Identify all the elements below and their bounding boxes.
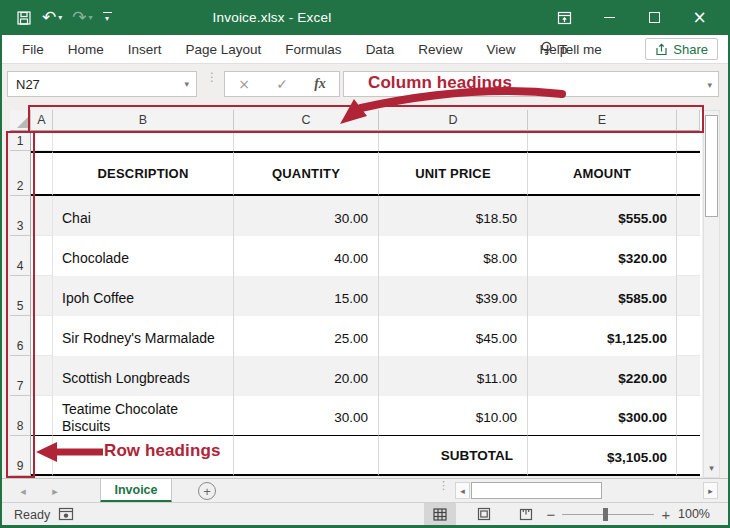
vertical-scrollbar-thumb[interactable] [705,115,718,217]
enter-entry-icon[interactable]: ✓ [276,76,288,92]
column-header-d[interactable]: D [379,110,528,131]
tab-view[interactable]: View [474,42,527,57]
zoom-out-button[interactable]: − [543,503,559,525]
name-box[interactable]: N27 ▾ [7,71,197,97]
cell-a6[interactable] [31,316,53,356]
cancel-entry-icon[interactable]: × [238,76,250,92]
zoom-level-label[interactable]: 100% [678,503,710,525]
undo-button[interactable]: ↶ ▾ [42,9,62,26]
undo-caret-icon[interactable]: ▾ [58,13,62,22]
cell-d5[interactable]: $39.00 [379,276,528,316]
row-header-3[interactable]: 3 [10,196,31,236]
customize-qat-button[interactable]: ▾ [103,12,112,24]
cell-f9[interactable] [677,436,700,476]
formula-bar-expand-icon[interactable]: ▾ [707,80,712,90]
cell-b4[interactable]: Chocolade [53,236,234,276]
sheet-nav-right-icon[interactable]: ▸ [44,479,66,503]
tab-home[interactable]: Home [56,42,116,57]
cell-d6[interactable]: $45.00 [379,316,528,356]
formula-bar-input[interactable]: ▾ [343,71,719,97]
cell-b1[interactable] [53,131,234,151]
cell-f3[interactable] [677,196,700,236]
name-box-dropdown-icon[interactable]: ▾ [184,79,189,89]
cell-f4[interactable] [677,236,700,276]
tab-page-layout[interactable]: Page Layout [174,42,274,57]
share-button[interactable]: Share [645,38,718,60]
cell-b7[interactable]: Scottish Longbreads [53,356,234,396]
page-break-preview-button[interactable] [510,503,542,525]
cell-b3[interactable]: Chai [53,196,234,236]
cell-d9[interactable]: SUBTOTAL [379,436,528,476]
cell-c4[interactable]: 40.00 [234,236,379,276]
column-header-c[interactable]: C [234,110,379,131]
cell-e4[interactable]: $320.00 [528,236,677,276]
cell-c2[interactable]: QUANTITY [234,151,379,196]
cell-c9[interactable] [234,436,379,476]
normal-view-button[interactable] [424,503,456,525]
cell-f5[interactable] [677,276,700,316]
column-header-b[interactable]: B [53,110,234,131]
cell-b5[interactable]: Ipoh Coffee [53,276,234,316]
cell-a1[interactable] [31,131,53,151]
minimize-button[interactable] [587,0,632,35]
new-sheet-button[interactable]: + [198,482,216,500]
cell-e2[interactable]: AMOUNT [528,151,677,196]
cell-e6[interactable]: $1,125.00 [528,316,677,356]
column-header-partial[interactable] [677,110,700,131]
cell-e1[interactable] [528,131,677,151]
cell-a3[interactable] [31,196,53,236]
row-header-9[interactable]: 9 [10,436,31,476]
maximize-button[interactable] [632,0,677,35]
cell-c3[interactable]: 30.00 [234,196,379,236]
cell-f2[interactable] [677,151,700,196]
tab-formulas[interactable]: Formulas [273,42,353,57]
cell-f6[interactable] [677,316,700,356]
cell-b9[interactable] [53,436,234,476]
cell-f8[interactable] [677,396,700,436]
cell-a2[interactable] [31,151,53,196]
zoom-slider-thumb[interactable] [603,508,608,521]
cell-c8[interactable]: 30.00 [234,396,379,436]
cell-a8[interactable] [31,396,53,436]
cell-d3[interactable]: $18.50 [379,196,528,236]
page-layout-view-button[interactable] [468,503,500,525]
save-icon[interactable] [16,10,32,26]
cell-d7[interactable]: $11.00 [379,356,528,396]
cell-a5[interactable] [31,276,53,316]
select-all-corner[interactable] [10,110,31,131]
row-header-7[interactable]: 7 [10,356,31,396]
row-header-2[interactable]: 2 [10,151,31,196]
macro-record-icon[interactable] [58,507,74,521]
column-header-a[interactable]: A [31,110,53,131]
tab-insert[interactable]: Insert [116,42,174,57]
row-header-5[interactable]: 5 [10,276,31,316]
sheet-tab-invoice[interactable]: Invoice [100,479,172,503]
tell-me-button[interactable]: Tell me [540,35,602,63]
cell-f1[interactable] [677,131,700,151]
vertical-scrollbar[interactable]: ▾ [703,110,720,478]
redo-caret-icon[interactable]: ▾ [89,13,93,22]
cell-d2[interactable]: UNIT PRICE [379,151,528,196]
redo-button[interactable]: ↷ ▾ [72,9,92,26]
scroll-down-icon[interactable]: ▾ [704,460,719,476]
cell-a4[interactable] [31,236,53,276]
cell-c7[interactable]: 20.00 [234,356,379,396]
tab-data[interactable]: Data [354,42,407,57]
insert-function-icon[interactable]: fx [314,76,326,92]
zoom-in-button[interactable]: + [658,503,674,525]
tab-file[interactable]: File [10,42,56,57]
cell-b6[interactable]: Sir Rodney's Marmalade [53,316,234,356]
row-header-8[interactable]: 8 [10,396,31,436]
cell-e5[interactable]: $585.00 [528,276,677,316]
cell-e7[interactable]: $220.00 [528,356,677,396]
cell-c6[interactable]: 25.00 [234,316,379,356]
formula-bar-splitter[interactable]: ⋮ [206,74,218,81]
cell-c1[interactable] [234,131,379,151]
cell-a7[interactable] [31,356,53,396]
row-header-1[interactable]: 1 [10,131,31,151]
cell-b8[interactable]: Teatime Chocolate Biscuits [53,396,234,436]
cell-e8[interactable]: $300.00 [528,396,677,436]
cell-c5[interactable]: 15.00 [234,276,379,316]
zoom-slider-track[interactable] [562,514,654,515]
cell-a9[interactable] [31,436,53,476]
